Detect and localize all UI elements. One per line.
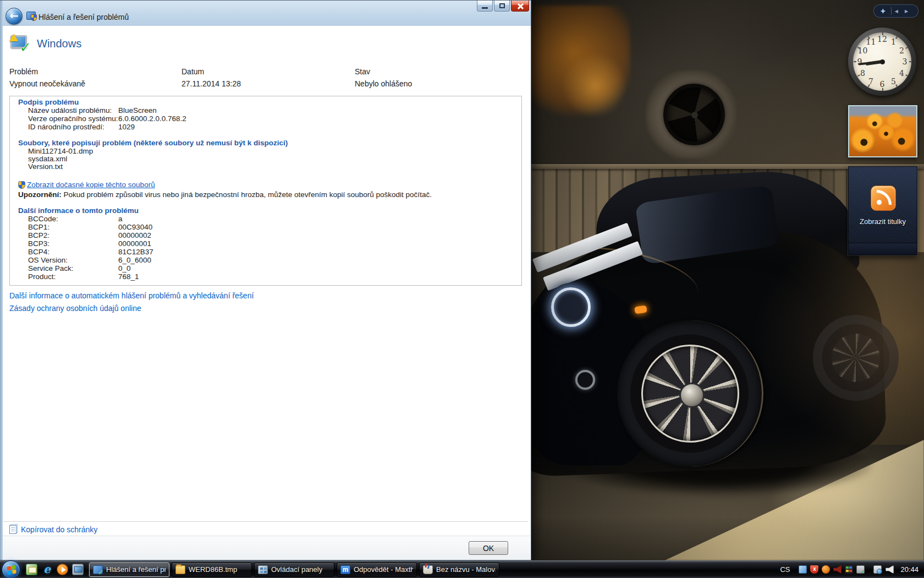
detail-label: BCP3: [18, 239, 118, 248]
taskbar-button[interactable]: Bez názvu - Malování [419, 563, 499, 577]
problem-details-box: Podpis problému Název události problému:… [9, 96, 522, 286]
problem-reports-app-icon [26, 12, 36, 20]
restore-button[interactable] [494, 1, 510, 12]
quick-launch-bar: e [26, 564, 84, 575]
detail-label: BCP2: [18, 231, 118, 239]
restore-icon [499, 3, 505, 8]
clock-tick [905, 47, 908, 49]
update-alert-icon[interactable] [822, 565, 830, 574]
file-name: Version.txt [18, 163, 516, 171]
show-desktop-icon[interactable] [72, 564, 84, 575]
gadget-sidebar-controls[interactable]: + ◀ ▶ [873, 4, 919, 18]
tray-icons [799, 565, 865, 574]
next-page-icon[interactable]: ▶ [901, 9, 911, 14]
network-icon[interactable] [873, 565, 882, 574]
ie-icon[interactable]: e [41, 564, 53, 575]
window-title: Hlášení a řešení problémů [38, 13, 129, 21]
clock-numeral: 1 [891, 37, 896, 46]
clock-numeral: 10 [858, 46, 868, 55]
explorer-icon[interactable] [26, 564, 37, 575]
add-gadget-icon[interactable]: + [874, 6, 891, 17]
minimize-button[interactable] [477, 1, 493, 12]
taskbar-button[interactable]: WERD86B.tmp [172, 563, 252, 577]
clock-gadget[interactable]: 123456789101112 [848, 28, 916, 96]
detail-value: 0_0 [118, 264, 131, 272]
scheduler-icon[interactable] [799, 565, 807, 574]
clock-numeral: 12 [877, 35, 887, 43]
clock-tick [909, 61, 912, 62]
detail-value: 00000002 [118, 231, 151, 239]
taskbar-button[interactable]: Ovládací panely [254, 563, 334, 577]
warning-label: Upozornění: [18, 190, 62, 199]
rss-gadget-label[interactable]: Zobrazit titulky [849, 217, 917, 226]
detail-row: BCP4:81C12B37 [18, 248, 516, 256]
detail-label: BCCode: [18, 215, 118, 223]
copy-to-clipboard-row: Kopírovat do schránky [9, 524, 97, 535]
file-list: Mini112714-01.dmpsysdata.xmlVersion.txt [18, 148, 516, 171]
clock-center-cap [880, 59, 885, 64]
paint-icon [423, 565, 433, 574]
detail-row: Název události problému:BlueScreen [18, 106, 516, 114]
info-link[interactable]: Další informace o automatickém hlášení p… [9, 290, 254, 302]
detail-row: Service Pack:0_0 [18, 264, 516, 272]
ok-button[interactable]: OK [469, 541, 508, 555]
detail-value: 6.0.6000.2.0.0.768.2 [118, 114, 186, 123]
clock-tick [895, 84, 898, 87]
detail-row: OS Version:6_0_6000 [18, 256, 516, 264]
taskbar-clock[interactable]: 20:44 [900, 565, 919, 574]
clock-face: 123456789101112 [853, 32, 911, 91]
taskbar-button[interactable]: Odpovědět - Maxth... [337, 563, 417, 577]
taskbar-button-label: WERD86B.tmp [189, 565, 237, 574]
volume-icon[interactable] [886, 565, 894, 574]
close-button[interactable] [511, 1, 529, 12]
prev-page-icon[interactable]: ◀ [892, 9, 901, 14]
clock-numeral: 2 [899, 46, 904, 55]
clock-numeral: 4 [899, 69, 904, 78]
detail-label: Název události problému: [18, 106, 118, 114]
language-indicator[interactable]: CS [780, 565, 790, 574]
detail-label: Product: [18, 272, 118, 281]
detail-row: BCCode:a [18, 215, 516, 223]
desktop: + ◀ ▶ 123456789101112 Zobrazit titulky ←… [0, 0, 924, 578]
media-player-icon[interactable] [57, 564, 68, 575]
section-title-signature: Podpis problému [18, 98, 516, 106]
tray-system-icons [873, 565, 894, 574]
detail-row: BCP1:00C93040 [18, 223, 516, 231]
copy-to-clipboard-link[interactable]: Kopírovat do schránky [21, 525, 97, 534]
security-alert-icon[interactable] [810, 565, 818, 574]
display-settings-icon[interactable] [845, 565, 853, 574]
detail-value: 6_0_6000 [118, 256, 151, 264]
page-links: Další informace o automatickém hlášení p… [9, 290, 254, 315]
clock-tick [854, 61, 856, 62]
back-button[interactable]: ← [6, 8, 23, 25]
photo-slideshow-gadget[interactable] [848, 105, 917, 157]
detail-row: ID národního prostředí:1029 [18, 123, 516, 131]
signature-rows: Název události problému:BlueScreenVerze … [18, 106, 516, 131]
taskbar-button[interactable]: Hlášení a řešení pro... [89, 563, 169, 577]
audio-muted-icon[interactable] [833, 565, 842, 574]
rss-feed-gadget[interactable]: Zobrazit titulky [848, 166, 917, 255]
titlebar[interactable]: ← Hlášení a řešení problémů [0, 1, 531, 26]
detail-value: 00C93040 [118, 223, 152, 231]
section-title-extra: Další informace o tomto problému [18, 206, 516, 215]
report-status: Nebylo ohlášeno [355, 79, 521, 91]
minimize-icon [482, 7, 488, 9]
clock-numeral: 3 [903, 57, 908, 66]
uac-shield-icon [18, 181, 25, 189]
detail-label: BCP4: [18, 248, 118, 256]
safely-remove-icon[interactable] [856, 565, 865, 574]
file-name: Mini112714-01.dmp [18, 148, 516, 155]
taskbar-buttons: Hlášení a řešení pro...WERD86B.tmpOvláda… [89, 563, 499, 577]
detail-label: ID národního prostředí: [18, 123, 118, 131]
report-header-row: Problém Datum Stav [9, 67, 521, 79]
view-copies-link[interactable]: Zobrazit dočasné kopie těchto souborů [27, 181, 155, 189]
maxthon-icon [340, 565, 350, 574]
info-link[interactable]: Zásady ochrany osobních údajů online [9, 302, 254, 315]
column-problem: Problém [9, 67, 182, 79]
clock-tick [882, 88, 883, 91]
detail-value: 00000001 [118, 239, 151, 248]
window-left-border [0, 1, 3, 560]
clock-tick [895, 36, 898, 39]
start-button[interactable] [2, 560, 20, 578]
folder-icon [175, 565, 185, 574]
